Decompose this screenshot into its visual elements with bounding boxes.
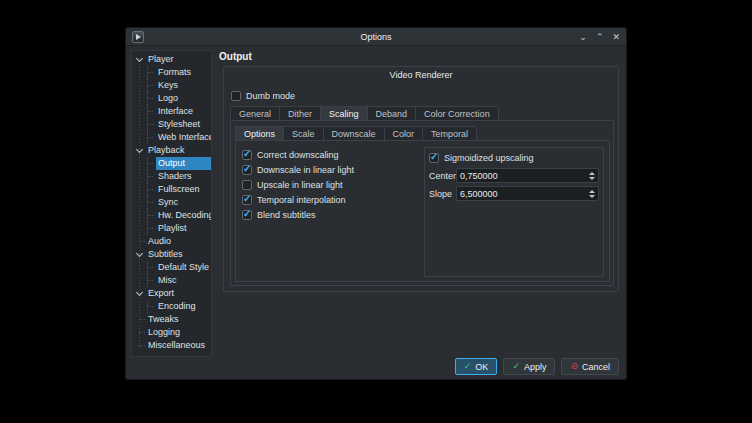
button-icon: ⊘ — [570, 362, 578, 371]
checkbox-row-temporal-interpolation[interactable]: Temporal interpolation — [242, 192, 354, 207]
dialog-button-apply[interactable]: ✓ Apply — [503, 358, 555, 375]
spinner-buttons — [586, 169, 598, 182]
sidebar-item-playback[interactable]: Playback — [132, 144, 211, 157]
checkbox-label: Downscale in linear light — [257, 165, 354, 175]
scaling-options-list: Correct downscaling Downscale in linear … — [242, 147, 354, 222]
tab-label: Dither — [288, 109, 312, 119]
sidebar-item-miscellaneous[interactable]: Miscellaneous — [132, 339, 211, 352]
checkbox-row-downscale-in-linear-light[interactable]: Downscale in linear light — [242, 162, 354, 177]
sidebar-item-label: Stylesheet — [156, 118, 211, 131]
expand-arrow-icon[interactable] — [136, 56, 143, 63]
sidebar-item-interface[interactable]: Interface — [132, 105, 211, 118]
checkbox-icon — [429, 153, 439, 163]
button-label: OK — [475, 362, 488, 372]
spinbox[interactable]: 6,500000 — [456, 186, 599, 201]
checkbox-icon — [242, 195, 252, 205]
window-title: Options — [126, 28, 626, 46]
spin-down-icon[interactable] — [589, 195, 595, 198]
sidebar-item-hw-decoding[interactable]: Hw. Decoding — [132, 209, 211, 222]
tab-scaling[interactable]: Scaling — [320, 106, 368, 121]
dumb-mode-checkbox[interactable]: Dumb mode — [231, 88, 295, 103]
sidebar-item-sync[interactable]: Sync — [132, 196, 211, 209]
checkbox-row-upscale-in-linear-light[interactable]: Upscale in linear light — [242, 177, 354, 192]
sidebar-item-player[interactable]: Player — [132, 53, 211, 66]
tab-scale[interactable]: Scale — [283, 126, 324, 141]
sidebar-item-label: Logging — [146, 326, 211, 339]
checkbox-icon — [242, 210, 252, 220]
sigmoid-group: Sigmoidized upscaling Center 0,750000 — [424, 147, 604, 277]
minimize-button[interactable]: ⌄ — [579, 28, 587, 46]
sidebar-item-label: Miscellaneous — [146, 339, 211, 352]
sidebar-item-label: Keys — [156, 79, 211, 92]
sidebar-item-label: Audio — [146, 235, 211, 248]
checkbox-row-correct-downscaling[interactable]: Correct downscaling — [242, 147, 354, 162]
spin-field-label: Slope — [429, 189, 456, 199]
sidebar-item-audio[interactable]: Audio — [132, 235, 211, 248]
sidebar-item-formats[interactable]: Formats — [132, 66, 211, 79]
sidebar-item-label: Misc — [156, 274, 211, 287]
spin-up-icon[interactable] — [589, 172, 595, 175]
sidebar-item-encoding[interactable]: Encoding — [132, 300, 211, 313]
sidebar-item-label: Export — [146, 287, 211, 300]
tab-color[interactable]: Color — [384, 126, 424, 141]
dialog-button-cancel[interactable]: ⊘ Cancel — [561, 358, 619, 375]
tab-downscale[interactable]: Downscale — [323, 126, 385, 141]
tab-deband[interactable]: Deband — [367, 106, 417, 121]
sidebar-item-export[interactable]: Export — [132, 287, 211, 300]
spinbox[interactable]: 0,750000 — [456, 168, 599, 183]
tab-label: Temporal — [431, 129, 468, 139]
sidebar-item-misc[interactable]: Misc — [132, 274, 211, 287]
sidebar-item-label: Output — [156, 157, 211, 170]
sigmoidized-upscaling-checkbox[interactable]: Sigmoidized upscaling — [429, 150, 534, 165]
tab-dither[interactable]: Dither — [279, 106, 321, 121]
tab-label: General — [239, 109, 271, 119]
spin-down-icon[interactable] — [589, 177, 595, 180]
expand-arrow-icon[interactable] — [136, 147, 143, 154]
tab-color-correction[interactable]: Color Correction — [415, 106, 499, 121]
checkbox-icon — [242, 165, 252, 175]
close-button[interactable]: ✕ — [612, 28, 620, 46]
sidebar-item-stylesheet[interactable]: Stylesheet — [132, 118, 211, 131]
tab-options[interactable]: Options — [235, 126, 284, 141]
sidebar-item-web-interface[interactable]: Web Interface — [132, 131, 211, 144]
sidebar-item-logo[interactable]: Logo — [132, 92, 211, 105]
button-label: Cancel — [582, 362, 610, 372]
options-window: Options ⌄ ⌃ ✕ Player Formats Keys Logo I… — [125, 27, 627, 380]
checkbox-row-blend-subtitles[interactable]: Blend subtitles — [242, 207, 354, 222]
maximize-button[interactable]: ⌃ — [596, 28, 604, 46]
options-pane: Correct downscaling Downscale in linear … — [235, 140, 610, 282]
tab-temporal[interactable]: Temporal — [422, 126, 477, 141]
sidebar-item-logging[interactable]: Logging — [132, 326, 211, 339]
sidebar-item-default-style[interactable]: Default Style — [132, 261, 211, 274]
checkbox-label: Sigmoidized upscaling — [444, 153, 534, 163]
spin-up-icon[interactable] — [589, 190, 595, 193]
sidebar-item-label: Playback — [146, 144, 211, 157]
spinbox-value[interactable]: 6,500000 — [457, 189, 586, 199]
sidebar-item-fullscreen[interactable]: Fullscreen — [132, 183, 211, 196]
checkbox-label: Correct downscaling — [257, 150, 339, 160]
settings-tree: Player Formats Keys Logo Interface Style… — [131, 50, 212, 357]
checkbox-icon — [242, 150, 252, 160]
sidebar-item-label: Logo — [156, 92, 211, 105]
group-title: Video Renderer — [224, 70, 618, 80]
tab-label: Color Correction — [424, 109, 490, 119]
spin-field-center: Center 0,750000 — [429, 168, 599, 183]
expand-arrow-icon[interactable] — [136, 290, 143, 297]
dialog-buttons: ✓ OK ✓ Apply ⊘ Cancel — [455, 358, 619, 375]
sidebar-item-tweaks[interactable]: Tweaks — [132, 313, 211, 326]
page-title: Output — [219, 51, 252, 62]
sidebar-item-shaders[interactable]: Shaders — [132, 170, 211, 183]
sidebar-item-label: Web Interface — [156, 131, 211, 144]
sidebar-item-subtitles[interactable]: Subtitles — [132, 248, 211, 261]
checkbox-icon — [242, 180, 252, 190]
spin-field-slope: Slope 6,500000 — [429, 186, 599, 201]
expand-arrow-icon[interactable] — [136, 251, 143, 258]
checkbox-label: Blend subtitles — [257, 210, 316, 220]
spinbox-value[interactable]: 0,750000 — [457, 171, 586, 181]
sidebar-item-keys[interactable]: Keys — [132, 79, 211, 92]
tab-general[interactable]: General — [230, 106, 280, 121]
video-renderer-group: Video Renderer Dumb mode General Dither … — [223, 66, 619, 292]
dialog-button-ok[interactable]: ✓ OK — [455, 358, 498, 375]
sidebar-item-output[interactable]: Output — [132, 157, 211, 170]
sidebar-item-playlist[interactable]: Playlist — [132, 222, 211, 235]
